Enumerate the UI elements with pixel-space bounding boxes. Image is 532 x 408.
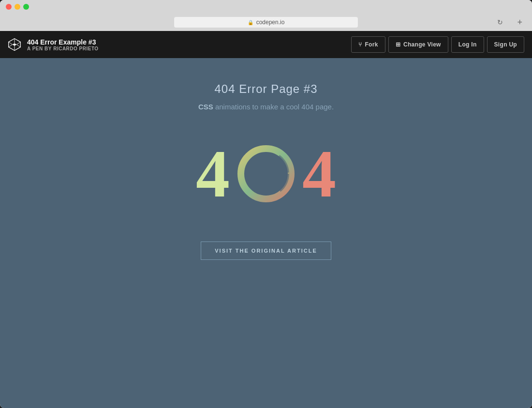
css-highlight: CSS	[198, 103, 213, 111]
title-bar	[0, 0, 532, 14]
maximize-button[interactable]	[23, 4, 29, 10]
address-bar-row: 🔒 codepen.io ↻ +	[0, 14, 532, 31]
svg-line-4	[16, 42, 20, 45]
circle-o	[235, 142, 297, 205]
page-title: 404 Error Page #3	[214, 82, 317, 96]
svg-line-3	[9, 42, 13, 45]
nav-buttons: ⑂ Fork ⊞ Change View Log In Sign Up	[351, 36, 524, 53]
signup-button[interactable]: Sign Up	[487, 36, 524, 53]
minimize-button[interactable]	[15, 4, 20, 10]
svg-point-9	[248, 155, 284, 192]
num-left: 4	[196, 140, 230, 208]
change-view-button[interactable]: ⊞ Change View	[388, 36, 448, 53]
svg-line-6	[16, 45, 20, 47]
visit-article-button[interactable]: VISIT THE ORIGINAL ARTICLE	[201, 242, 331, 260]
codepen-logo-icon	[8, 38, 21, 51]
svg-line-5	[9, 45, 13, 47]
lock-icon: 🔒	[248, 20, 253, 25]
svg-marker-7	[13, 43, 17, 45]
subtitle-rest: animations to make a cool 404 page.	[213, 103, 334, 111]
grid-icon: ⊞	[396, 41, 400, 48]
main-content: 404 Error Page #3 CSS animations to make…	[0, 58, 532, 408]
codepen-navbar: 404 Error Example #3 A PEN BY Ricardo Pr…	[0, 31, 532, 58]
pen-title: 404 Error Example #3	[27, 38, 345, 46]
new-tab-button[interactable]: +	[517, 17, 522, 28]
browser-window: 🔒 codepen.io ↻ + 404 Error Example #3 A …	[0, 0, 532, 408]
fork-button[interactable]: ⑂ Fork	[351, 36, 385, 53]
login-button[interactable]: Log In	[451, 36, 484, 53]
url-text: codepen.io	[256, 19, 285, 26]
num-right: 4	[302, 140, 336, 208]
fork-icon: ⑂	[358, 41, 362, 48]
address-bar[interactable]: 🔒 codepen.io	[174, 17, 358, 28]
refresh-button[interactable]: ↻	[497, 18, 503, 26]
circle-svg	[235, 142, 297, 205]
close-button[interactable]	[6, 4, 12, 10]
page-subtitle: CSS animations to make a cool 404 page.	[198, 103, 334, 111]
error-404-display: 4	[196, 140, 336, 208]
pen-info: 404 Error Example #3 A PEN BY Ricardo Pr…	[27, 38, 345, 51]
pen-author: A PEN BY Ricardo Prieto	[27, 46, 345, 51]
